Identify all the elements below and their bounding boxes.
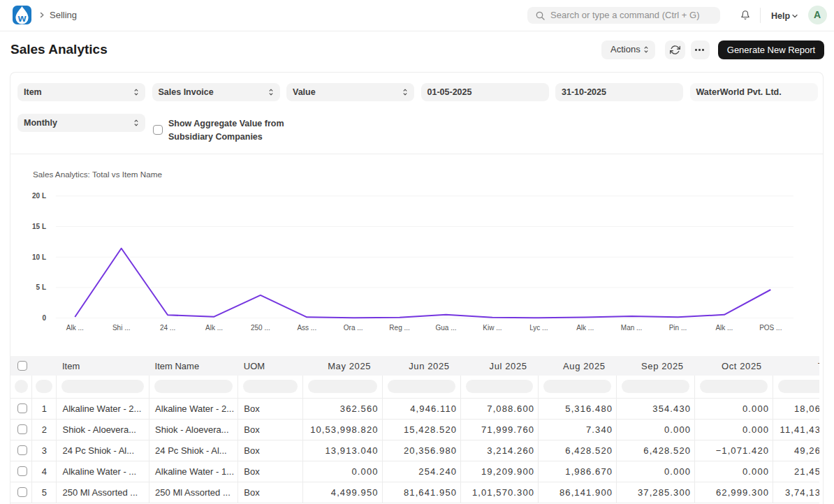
svg-text:Shi ...: Shi ... xyxy=(112,324,131,332)
svg-text:Alk ...: Alk ... xyxy=(715,324,733,332)
svg-text:15 L: 15 L xyxy=(32,223,46,230)
svg-text:24 ...: 24 ... xyxy=(160,324,175,332)
svg-text:10 L: 10 L xyxy=(32,253,46,261)
svg-text:0: 0 xyxy=(42,314,46,322)
svg-text:w: w xyxy=(17,12,27,24)
svg-text:5 L: 5 L xyxy=(36,283,46,291)
svg-text:POS ...: POS ... xyxy=(759,324,782,332)
svg-text:Lyc ...: Lyc ... xyxy=(529,324,548,332)
svg-text:20 L: 20 L xyxy=(32,192,46,200)
svg-text:Reg ...: Reg ... xyxy=(389,324,409,332)
svg-text:Kiw ...: Kiw ... xyxy=(483,324,502,332)
svg-text:Ora ...: Ora ... xyxy=(344,324,363,332)
svg-text:Alk ...: Alk ... xyxy=(205,324,223,332)
svg-text:250 ...: 250 ... xyxy=(251,324,270,332)
svg-text:Alk ...: Alk ... xyxy=(66,324,84,332)
svg-text:Man ...: Man ... xyxy=(621,324,643,332)
svg-text:Gua ...: Gua ... xyxy=(435,324,456,332)
svg-text:Alk ...: Alk ... xyxy=(576,324,594,332)
svg-text:Pin ...: Pin ... xyxy=(669,324,687,332)
svg-text:Ass ...: Ass ... xyxy=(297,324,316,332)
